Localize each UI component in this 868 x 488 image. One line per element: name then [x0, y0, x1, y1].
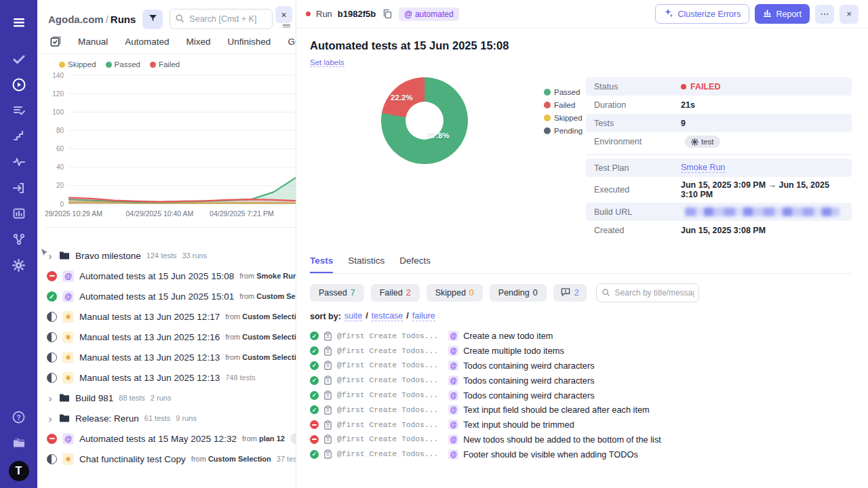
analytics-icon[interactable]	[6, 201, 32, 226]
test-title[interactable]: Footer should be visible when adding TOD…	[463, 449, 638, 460]
test-suite[interactable]: @first Create Todos...	[337, 406, 438, 414]
detail-tab[interactable]: Statistics	[348, 256, 384, 273]
copy-run-id-button[interactable]	[381, 7, 393, 20]
run-list-item[interactable]: › Release: Rerun from 61 tests 9 runs	[44, 408, 296, 428]
test-suite[interactable]: @first Create Todos...	[337, 421, 438, 429]
run-title: Automated tests at 15 May 2025 12:32	[79, 434, 237, 444]
test-title[interactable]: Create multiple todo items	[463, 346, 564, 356]
app-logo[interactable]: T	[9, 461, 29, 481]
test-suite[interactable]: @first Create Todos...	[337, 332, 438, 340]
test-title[interactable]: New todos should be added to the bottom …	[463, 434, 661, 445]
settings-gear-icon[interactable]	[6, 252, 32, 278]
set-labels-link[interactable]: Set labels	[310, 58, 344, 67]
runs-tab[interactable]: Manual	[78, 37, 108, 47]
status-filter-pill[interactable]: Passed 7	[310, 284, 364, 302]
status-filter-pill[interactable]: Pending 0	[490, 284, 547, 302]
panel-collapse-handle[interactable]	[283, 24, 290, 28]
run-from: from Custom Selection	[225, 353, 296, 361]
run-list-item[interactable]: Manual tests at 13 Jun 2025 12:17 from C…	[44, 306, 296, 327]
sort-prefix: sort by:	[310, 312, 341, 321]
test-title[interactable]: Create a new todo item	[463, 331, 553, 341]
help-icon[interactable]: ?	[6, 404, 32, 430]
test-row[interactable]: @first Create Todos... Todos containing …	[310, 359, 852, 373]
checks-icon[interactable]	[6, 46, 32, 72]
automated-test-icon	[448, 331, 458, 341]
steps-icon[interactable]	[6, 123, 32, 149]
status-filter-pill[interactable]: Skipped 0	[427, 284, 483, 302]
runs-tab[interactable]: Mixed	[186, 37, 211, 47]
test-row[interactable]: @first Create Todos... Text input should…	[310, 418, 852, 432]
report-button[interactable]: Report	[755, 4, 810, 24]
test-row[interactable]: @first Create Todos... Todos containing …	[310, 373, 852, 388]
trend-legend-item[interactable]: Passed	[106, 60, 140, 68]
test-title[interactable]: Todos containing weird characters	[463, 375, 594, 386]
test-row[interactable]: @first Create Todos... Create a new todo…	[310, 329, 852, 344]
status-filter-pill[interactable]: Failed 2	[371, 284, 420, 302]
panel-close-button[interactable]: ×	[275, 6, 292, 23]
runs-play-icon[interactable]	[6, 72, 32, 98]
run-list-item[interactable]: Automated tests at 15 Jun 2025 15:08 fro…	[44, 266, 296, 286]
test-list-icon[interactable]	[6, 98, 32, 123]
breadcrumb-project[interactable]: Agoda.com	[48, 14, 104, 25]
runs-tab[interactable]: Automated	[125, 37, 169, 47]
automated-test-icon	[448, 449, 458, 460]
detail-tab[interactable]: Defects	[399, 256, 431, 273]
test-suite[interactable]: @first Create Todos...	[337, 361, 438, 369]
test-suite[interactable]: @first Create Todos...	[337, 347, 438, 355]
trend-legend-item[interactable]: Failed	[150, 60, 180, 68]
tests-search-input[interactable]	[596, 283, 699, 302]
test-suite[interactable]: @first Create Todos...	[337, 435, 438, 443]
sort-link[interactable]: testcase	[372, 311, 403, 321]
donut-legend-item[interactable]: Skipped	[544, 114, 583, 122]
sort-link[interactable]: suite	[344, 311, 362, 321]
clusterize-errors-button[interactable]: Clusterize Errors	[655, 4, 749, 24]
run-list-item[interactable]: › Bravo milestone from 124 tests 33 runs	[44, 245, 296, 266]
legend-dot	[544, 89, 551, 96]
sort-link[interactable]: failure	[412, 311, 435, 321]
test-suite[interactable]: @first Create Todos...	[337, 391, 438, 399]
chevron-right-icon[interactable]: ›	[47, 392, 54, 404]
test-row[interactable]: @first Create Todos... New todos should …	[310, 432, 852, 447]
task-check-icon[interactable]	[50, 36, 61, 47]
info-label: Environment	[594, 137, 681, 146]
test-row[interactable]: @first Create Todos... Text input field …	[310, 403, 852, 418]
blurred-build-url[interactable]	[685, 207, 840, 216]
run-list-item[interactable]: Chat functinality test Copy from Custom …	[44, 449, 296, 469]
runs-tab[interactable]: Unfinished	[228, 37, 271, 47]
run-list-item[interactable]: Manual tests at 13 Jun 2025 12:16 from C…	[44, 327, 296, 347]
activity-pulse-icon[interactable]	[6, 149, 32, 175]
runs-search-input[interactable]	[170, 9, 273, 29]
chevron-right-icon[interactable]: ›	[47, 413, 54, 424]
run-list-item[interactable]: Automated tests at 15 May 2025 12:32 fro…	[44, 428, 296, 449]
test-title[interactable]: Todos containing weird characters	[463, 361, 594, 371]
donut-legend-item[interactable]: Passed	[544, 88, 583, 96]
branch-icon[interactable]	[6, 226, 32, 252]
svg-text:20: 20	[56, 182, 64, 189]
detail-tab[interactable]: Tests	[310, 256, 333, 273]
test-suite[interactable]: @first Create Todos...	[337, 376, 438, 384]
test-row[interactable]: @first Create Todos... Footer should be …	[310, 447, 852, 462]
comments-filter-pill[interactable]: 2	[553, 284, 587, 302]
donut-legend-item[interactable]: Pending	[544, 127, 583, 135]
run-list-item[interactable]: Manual tests at 13 Jun 2025 12:13 from C…	[44, 347, 296, 367]
test-title[interactable]: Todos containing weird characters	[463, 390, 594, 401]
more-actions-button[interactable]: ⋯	[815, 5, 834, 24]
import-icon[interactable]	[6, 175, 32, 201]
run-type-icon	[62, 291, 74, 302]
donut-legend-item[interactable]: Failed	[544, 101, 583, 109]
run-list-item[interactable]: Manual tests at 13 Jun 2025 12:13 from 7…	[44, 367, 296, 388]
test-row[interactable]: @first Create Todos... Todos containing …	[310, 388, 852, 403]
test-row[interactable]: @first Create Todos... Create multiple t…	[310, 344, 852, 359]
projects-folder-icon[interactable]	[6, 430, 32, 455]
menu-icon[interactable]	[6, 9, 32, 35]
run-list-item[interactable]: › Build 981 from 88 tests 2 runs	[44, 388, 296, 408]
test-suite[interactable]: @first Create Todos...	[337, 450, 438, 458]
trend-legend-item[interactable]: Skipped	[59, 60, 96, 68]
filter-button[interactable]	[142, 9, 163, 29]
test-title[interactable]: Text input should be trimmed	[463, 420, 574, 430]
info-row: Build URL	[586, 203, 852, 221]
run-list-item[interactable]: Automated tests at 15 Jun 2025 15:01 fro…	[44, 286, 296, 306]
runs-tab[interactable]: Groups	[288, 37, 296, 47]
close-run-button[interactable]: ×	[840, 5, 859, 24]
test-title[interactable]: Text input field should be cleared after…	[463, 405, 650, 415]
